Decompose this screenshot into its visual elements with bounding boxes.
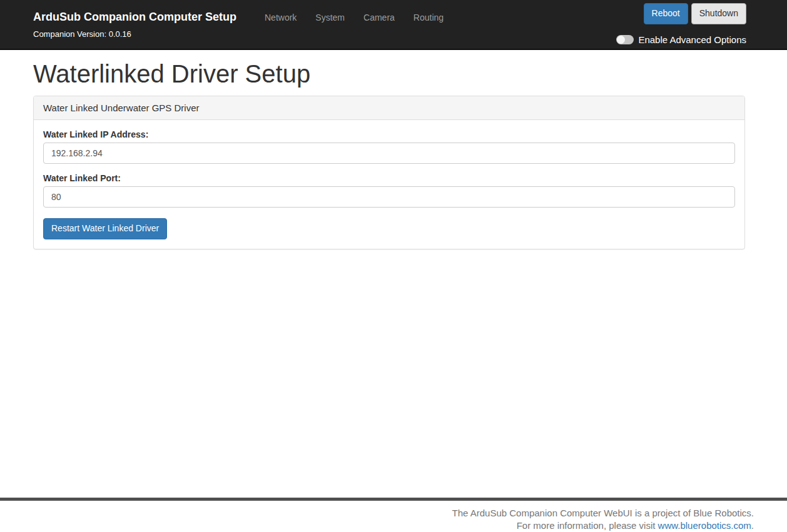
nav-link-routing[interactable]: Routing <box>404 10 453 25</box>
footer-line2: For more information, please visit www.b… <box>0 519 754 532</box>
app-title[interactable]: ArduSub Companion Computer Setup <box>33 9 236 24</box>
main-content: Waterlinked Driver Setup Water Linked Un… <box>33 50 745 249</box>
ip-address-label: Water Linked IP Address: <box>43 129 735 139</box>
footer-line2-suffix: . <box>751 520 754 531</box>
footer-line2-prefix: For more information, please visit <box>517 520 658 531</box>
ip-address-input[interactable] <box>43 143 735 164</box>
nav-link-network[interactable]: Network <box>255 10 306 25</box>
main-nav: Network System Camera Routing <box>255 10 453 25</box>
navbar-left: ArduSub Companion Computer Setup Network… <box>33 0 453 49</box>
toggle-knob-icon <box>617 36 625 44</box>
waterlinked-driver-panel: Water Linked Underwater GPS Driver Water… <box>33 96 745 249</box>
advanced-options-toggle[interactable] <box>616 35 634 44</box>
reboot-button[interactable]: Reboot <box>644 3 688 24</box>
page-title: Waterlinked Driver Setup <box>33 60 745 88</box>
companion-version: Companion Version: 0.0.16 <box>33 29 453 39</box>
bluerobotics-link[interactable]: www.bluerobotics.com <box>658 520 751 531</box>
ip-address-form-group: Water Linked IP Address: <box>43 129 735 164</box>
panel-heading: Water Linked Underwater GPS Driver <box>34 96 744 120</box>
port-input[interactable] <box>43 186 735 208</box>
footer-line1: The ArduSub Companion Computer WebUI is … <box>0 507 754 519</box>
shutdown-button[interactable]: Shutdown <box>691 3 746 24</box>
panel-body: Water Linked IP Address: Water Linked Po… <box>34 120 744 249</box>
navbar-right: Reboot Shutdown Enable Advanced Options <box>616 0 746 49</box>
port-label: Water Linked Port: <box>43 173 735 183</box>
nav-link-system[interactable]: System <box>306 10 354 25</box>
port-form-group: Water Linked Port: <box>43 173 735 208</box>
footer-text: The ArduSub Companion Computer WebUI is … <box>0 501 787 532</box>
advanced-options-label: Enable Advanced Options <box>638 34 746 45</box>
restart-driver-button[interactable]: Restart Water Linked Driver <box>43 218 167 239</box>
page-footer: The ArduSub Companion Computer WebUI is … <box>0 498 787 532</box>
top-navbar: ArduSub Companion Computer Setup Network… <box>0 0 787 50</box>
nav-link-camera[interactable]: Camera <box>354 10 404 25</box>
